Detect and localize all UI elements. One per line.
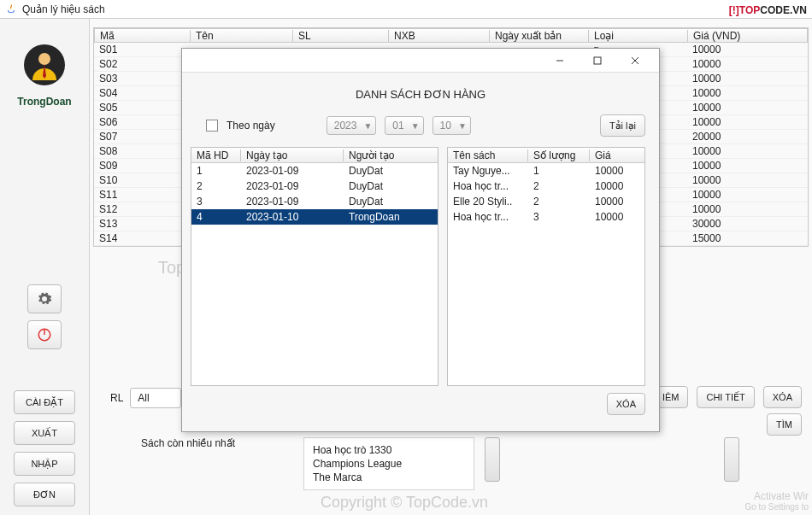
don-button[interactable]: ĐƠN: [14, 483, 75, 506]
username-label: TrongDoan: [17, 96, 71, 108]
bottom-books-list: Hoa học trò 1330 Champions League The Ma…: [303, 437, 474, 490]
minimize-button[interactable]: [541, 49, 579, 73]
avatar: [24, 44, 65, 85]
xoa-button[interactable]: XÓA: [763, 386, 802, 408]
xuat-button[interactable]: XUẤT: [14, 421, 75, 445]
month-combo[interactable]: 01▼: [385, 116, 423, 135]
maximize-icon: [593, 56, 602, 65]
rl-label: RL: [110, 392, 123, 404]
nhap-button[interactable]: NHẬP: [14, 452, 75, 476]
table-row[interactable]: Hoa học tr...210000: [448, 178, 644, 194]
window-title: Quản lý hiệu sách: [22, 3, 105, 15]
close-icon: [631, 56, 639, 65]
minimize-icon: [556, 56, 564, 65]
dialog-title: DANH SÁCH ĐƠN HÀNG: [191, 76, 650, 109]
topcode-logo: [!]TOPCODE.VN: [729, 2, 807, 17]
close-button[interactable]: [616, 49, 654, 73]
table-row[interactable]: Elle 20 Styli..210000: [448, 194, 644, 209]
sidebar: TrongDoan CÀI ĐẶT XUẤT NHẬP ĐƠN: [0, 19, 90, 515]
table-row[interactable]: 32023-01-09DuyDat: [191, 194, 438, 209]
table-row[interactable]: 42023-01-10TrongDoan: [191, 209, 438, 225]
dialog-delete-button[interactable]: XÓA: [607, 393, 645, 415]
filter-all-input[interactable]: All: [130, 388, 181, 408]
chevron-down-icon: ▼: [411, 121, 420, 131]
copyright-text: Copyright © TopCode.vn: [321, 494, 488, 512]
orders-dialog: DANH SÁCH ĐƠN HÀNG Theo ngày 2023▼ 01▼ 1…: [181, 48, 660, 432]
maximize-button[interactable]: [579, 49, 616, 73]
table-row[interactable]: Hoa học tr...310000: [448, 209, 644, 225]
table-row[interactable]: 22023-01-09DuyDat: [191, 178, 438, 194]
date-filter-checkbox[interactable]: [206, 120, 218, 132]
power-icon: [37, 327, 52, 342]
year-combo[interactable]: 2023▼: [327, 116, 377, 135]
chi-tiet-button[interactable]: CHI TIẾT: [697, 386, 754, 408]
scrollbar-thumb[interactable]: [724, 437, 739, 482]
scrollbar-thumb[interactable]: [485, 437, 500, 482]
books-table-header: MãTênSL NXBNgày xuất bảnLoại Giá (VND): [94, 28, 808, 43]
tim-button[interactable]: TÌM: [767, 413, 802, 436]
date-filter-label: Theo ngày: [227, 120, 275, 132]
dialog-titlebar[interactable]: [182, 49, 659, 73]
day-combo[interactable]: 10▼: [432, 116, 471, 135]
activate-windows: Activate WirGo to Settings to: [745, 490, 809, 512]
order-items-table[interactable]: Tên sách Số lượng Giá Tay Nguye...110000…: [447, 147, 645, 386]
settings-icon-button[interactable]: [27, 284, 62, 313]
table-row[interactable]: 12023-01-09DuyDat: [191, 163, 438, 178]
chevron-down-icon: ▼: [363, 121, 372, 131]
chevron-down-icon: ▼: [458, 121, 467, 131]
reload-button[interactable]: Tải lại: [600, 114, 645, 137]
power-icon-button[interactable]: [27, 320, 62, 349]
window-titlebar: Quản lý hiệu sách: [0, 0, 812, 19]
table-row[interactable]: Tay Nguye...110000: [448, 163, 644, 178]
cai-dat-button[interactable]: CÀI ĐẶT: [14, 390, 75, 414]
svg-point-0: [38, 53, 50, 65]
svg-rect-4: [594, 57, 601, 64]
bottom-info-label: Sách còn nhiều nhất: [141, 437, 235, 449]
java-icon: [5, 3, 17, 15]
gear-icon: [37, 291, 52, 307]
orders-table[interactable]: Mã HD Ngày tạo Người tạo 12023-01-09DuyD…: [191, 147, 438, 386]
